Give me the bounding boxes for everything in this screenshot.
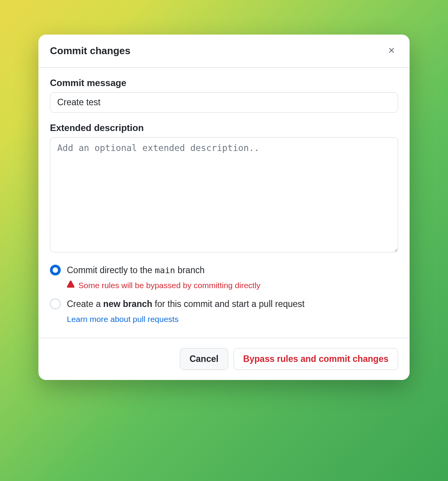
close-icon (387, 46, 396, 56)
dialog-body: Commit message Extended description Comm… (38, 68, 410, 338)
radio-commit-direct-indicator[interactable] (50, 265, 61, 275)
radio-new-branch[interactable]: Create a new branch for this commit and … (50, 298, 398, 323)
extended-description-section: Extended description (50, 123, 398, 254)
radio-new-branch-indicator[interactable] (50, 299, 61, 309)
cancel-button[interactable]: Cancel (180, 348, 228, 370)
learn-more-link[interactable]: Learn more about pull requests (67, 315, 179, 323)
bypass-warning-text: Some rules will be bypassed by committin… (78, 281, 261, 290)
dialog-header: Commit changes (38, 35, 410, 68)
extended-description-input[interactable] (50, 137, 398, 252)
close-button[interactable] (385, 44, 398, 58)
radio-new-branch-label: Create a new branch for this commit and … (67, 298, 398, 310)
commit-message-input[interactable] (50, 92, 398, 113)
radio-commit-direct-label: Commit directly to the main branch (67, 264, 398, 277)
commit-message-label: Commit message (50, 78, 398, 88)
commit-message-section: Commit message (50, 78, 398, 113)
extended-description-label: Extended description (50, 123, 398, 133)
branch-choice-group: Commit directly to the main branch Some … (50, 264, 398, 324)
bypass-commit-button[interactable]: Bypass rules and commit changes (234, 348, 398, 370)
alert-icon (67, 280, 75, 290)
dialog-title: Commit changes (50, 45, 131, 57)
dialog-footer: Cancel Bypass rules and commit changes (38, 338, 410, 380)
radio-commit-direct[interactable]: Commit directly to the main branch Some … (50, 264, 398, 290)
branch-name-code: main (155, 265, 175, 275)
commit-changes-dialog: Commit changes Commit message Extended d… (38, 35, 410, 380)
bypass-warning: Some rules will be bypassed by committin… (67, 280, 398, 290)
